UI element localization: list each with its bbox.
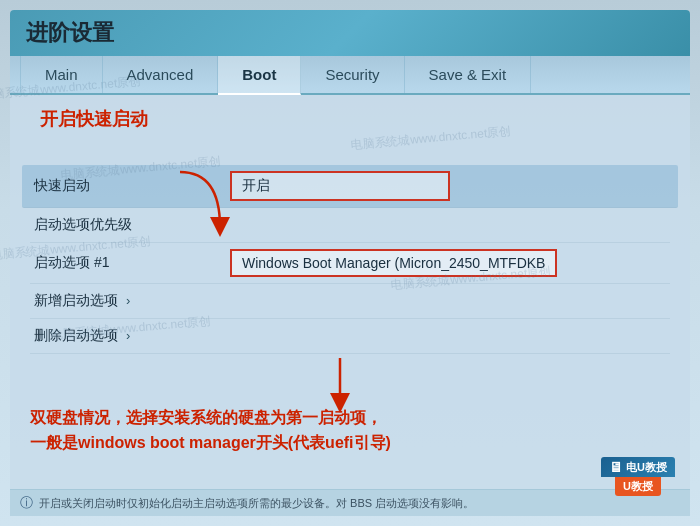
annotation2-text: 双硬盘情况，选择安装系统的硬盘为第一启动项， 一般是windows boot m… [30,405,670,456]
tab-boot[interactable]: Boot [218,56,301,95]
delete-boot-chevron: › [126,328,130,343]
annotation-quick-boot: 开启快速启动 [40,107,148,131]
content-area: 开启快速启动 快速启动 开启 [10,95,690,359]
boot-option-1-label: 启动选项 #1 [30,254,230,272]
status-text: 开启或关闭启动时仅初始化启动主启动选项所需的最少设备。对 BBS 启动选项没有影… [39,496,474,511]
status-bar: ⓘ 开启或关闭启动时仅初始化启动主启动选项所需的最少设备。对 BBS 启动选项没… [10,489,690,516]
boot-option-1-value[interactable]: Windows Boot Manager (Micron_2450_MTFDKB [230,249,670,277]
setting-row-add-boot[interactable]: 新增启动选项 › [30,284,670,319]
logo-badge: 🖥 电U教授 U教授 [601,457,675,496]
boot-option-1-box[interactable]: Windows Boot Manager (Micron_2450_MTFDKB [230,249,557,277]
bottom-annotation: 双硬盘情况，选择安装系统的硬盘为第一启动项， 一般是windows boot m… [30,405,670,456]
setting-row-boot-priority: 启动选项优先级 [30,208,670,243]
settings-section: 快速启动 开启 启动选项优先级 启动选项 #1 Windows Boot Man… [30,165,670,354]
uefi-window: 进阶设置 Main Advanced Boot Security Save & … [10,10,690,516]
delete-boot-label: 删除启动选项 › [30,327,230,345]
tab-main[interactable]: Main [20,56,103,93]
setting-row-boot-option-1[interactable]: 启动选项 #1 Windows Boot Manager (Micron_245… [30,243,670,284]
setting-row-quick-boot[interactable]: 快速启动 开启 [22,165,678,208]
tab-advanced[interactable]: Advanced [103,56,219,93]
annotation-label-1: 开启快速启动 [40,109,148,129]
quick-boot-box[interactable]: 开启 [230,171,450,201]
setting-row-delete-boot[interactable]: 删除启动选项 › [30,319,670,354]
logo-top: 🖥 电U教授 [601,457,675,477]
info-icon: ⓘ [20,494,33,512]
title-bar: 进阶设置 [10,10,690,56]
add-boot-chevron: › [126,293,130,308]
tab-save-exit[interactable]: Save & Exit [405,56,532,93]
window-title: 进阶设置 [26,18,674,48]
nav-tabs: Main Advanced Boot Security Save & Exit [10,56,690,95]
logo-bottom: U教授 [615,477,661,496]
tab-security[interactable]: Security [301,56,404,93]
add-boot-label: 新增启动选项 › [30,292,230,310]
quick-boot-value[interactable]: 开启 [230,171,670,201]
arrow-quick-boot [170,167,230,251]
